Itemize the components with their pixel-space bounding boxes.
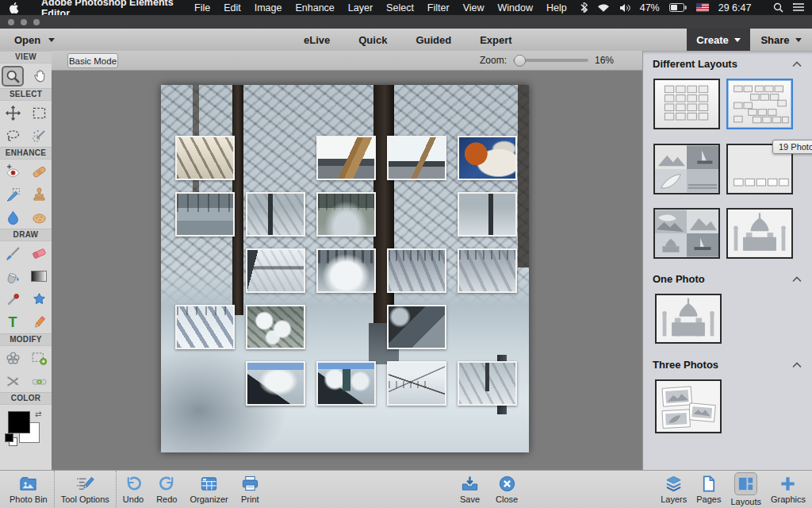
- menu-help[interactable]: Help: [546, 2, 567, 13]
- one-photo-thumb[interactable]: [655, 294, 722, 344]
- undo-button[interactable]: Undo: [117, 471, 150, 507]
- tool-options-button[interactable]: Tool Options: [54, 471, 117, 507]
- eyedropper-tool-button[interactable]: [2, 290, 23, 309]
- collage-photo-r4c2[interactable]: [246, 305, 305, 349]
- collapse-chevron-icon[interactable]: [792, 362, 802, 368]
- pages-button[interactable]: Pages: [691, 471, 726, 507]
- battery-icon[interactable]: [669, 3, 687, 12]
- save-button[interactable]: Save: [452, 471, 488, 507]
- menu-filter[interactable]: Filter: [427, 2, 450, 13]
- collage-photo-r3c3[interactable]: [316, 248, 376, 293]
- menu-select[interactable]: Select: [386, 2, 414, 13]
- layout-thumb-collage-a[interactable]: [653, 144, 720, 194]
- menu-file[interactable]: File: [194, 2, 210, 13]
- layout-thumb-one-photo[interactable]: [726, 208, 793, 259]
- content-aware-move-tool-button[interactable]: [2, 371, 23, 391]
- bluetooth-icon[interactable]: [580, 2, 588, 13]
- basic-mode-button[interactable]: Basic Mode: [67, 53, 118, 68]
- gradient-tool-button[interactable]: [29, 267, 49, 286]
- volume-icon[interactable]: [619, 3, 630, 13]
- type-tool-button[interactable]: T: [2, 313, 23, 332]
- collage-photo-r2c2[interactable]: [246, 192, 305, 237]
- collapse-chevron-icon[interactable]: [792, 276, 802, 283]
- collage-photo-r1c3[interactable]: [316, 136, 376, 180]
- default-colors-icon[interactable]: [5, 433, 13, 442]
- input-language-flag-icon[interactable]: [696, 3, 709, 12]
- tab-quick[interactable]: Quick: [358, 34, 387, 46]
- layouts-button[interactable]: Layouts: [726, 471, 766, 507]
- straighten-tool-button[interactable]: [29, 371, 49, 391]
- collapse-chevron-icon[interactable]: [792, 61, 802, 67]
- lasso-tool-button[interactable]: [2, 126, 23, 145]
- shape-tool-button[interactable]: [29, 290, 49, 309]
- layout-thumb-scattered-selected[interactable]: [726, 79, 793, 129]
- clone-stamp-tool-button[interactable]: [29, 185, 49, 204]
- window-minimize-button[interactable]: [21, 19, 27, 25]
- collage-photo-r1c5[interactable]: [458, 136, 517, 180]
- menu-layer[interactable]: Layer: [348, 2, 373, 13]
- quick-selection-tool-button[interactable]: [29, 126, 49, 145]
- collage-photo-r1c1[interactable]: [175, 136, 235, 180]
- three-photos-thumb[interactable]: [655, 379, 722, 433]
- zoom-slider-knob[interactable]: [514, 55, 526, 67]
- rectangular-marquee-tool-button[interactable]: [29, 103, 49, 122]
- spotlight-search-icon[interactable]: [773, 2, 783, 13]
- notification-center-icon[interactable]: [793, 3, 804, 12]
- collage-photo-r2c5[interactable]: [458, 192, 517, 237]
- window-close-button[interactable]: [8, 19, 14, 25]
- cookie-cutter-tool-button[interactable]: [2, 348, 23, 368]
- tab-elive[interactable]: eLive: [304, 34, 330, 46]
- menu-enhance[interactable]: Enhance: [295, 2, 334, 13]
- menu-view[interactable]: View: [463, 2, 485, 13]
- organizer-button[interactable]: Organizer: [183, 471, 234, 507]
- collage-photo-r3c4[interactable]: [387, 248, 446, 293]
- collage-photo-r4c4[interactable]: [387, 305, 446, 349]
- collage-photo-r2c3[interactable]: [316, 192, 376, 237]
- brush-tool-button[interactable]: [2, 244, 23, 263]
- paint-bucket-tool-button[interactable]: [2, 267, 23, 286]
- apple-menu-icon[interactable]: [10, 2, 20, 13]
- tab-expert[interactable]: Expert: [480, 34, 511, 46]
- layers-button[interactable]: Layers: [656, 471, 691, 507]
- collage-photo-r5c2[interactable]: [246, 361, 305, 406]
- open-button[interactable]: Open: [14, 34, 55, 46]
- collage-photo-r4c1[interactable]: [175, 305, 235, 349]
- sponge-tool-button[interactable]: [29, 208, 49, 227]
- menu-window[interactable]: Window: [498, 2, 533, 13]
- recompose-tool-button[interactable]: [29, 348, 49, 368]
- zoom-tool-button[interactable]: [2, 66, 24, 87]
- zoom-slider[interactable]: [513, 59, 588, 62]
- photo-collage-canvas[interactable]: [161, 85, 529, 452]
- layout-thumb-collage-b[interactable]: [653, 208, 720, 259]
- collage-photo-r3c5[interactable]: [458, 248, 517, 293]
- foreground-color-swatch[interactable]: [8, 411, 30, 433]
- collage-photo-r5c3[interactable]: [316, 361, 376, 406]
- menu-edit[interactable]: Edit: [224, 2, 241, 13]
- red-eye-removal-tool-button[interactable]: [2, 162, 23, 181]
- hand-tool-button[interactable]: [29, 66, 50, 85]
- window-zoom-button[interactable]: [33, 19, 40, 25]
- collage-photo-r1c4[interactable]: [387, 136, 446, 180]
- close-button[interactable]: Close: [488, 471, 526, 507]
- move-tool-button[interactable]: [2, 103, 23, 122]
- collage-photo-r5c5[interactable]: [458, 361, 517, 406]
- tab-guided[interactable]: Guided: [416, 34, 451, 46]
- create-button[interactable]: Create: [687, 29, 750, 51]
- pencil-tool-button[interactable]: [29, 313, 49, 332]
- eraser-tool-button[interactable]: [29, 244, 49, 263]
- swap-colors-icon[interactable]: ⇄: [35, 410, 41, 418]
- redo-button[interactable]: Redo: [150, 471, 183, 507]
- share-button[interactable]: Share: [752, 29, 810, 51]
- menu-image[interactable]: Image: [255, 2, 282, 13]
- collage-photo-r5c4[interactable]: [387, 361, 446, 406]
- collage-photo-r2c1[interactable]: [175, 192, 235, 237]
- photo-bin-button[interactable]: Photo Bin: [3, 471, 54, 507]
- collage-photo-r3c2[interactable]: [246, 248, 305, 293]
- smart-brush-tool-button[interactable]: [2, 185, 23, 204]
- wifi-icon[interactable]: [597, 3, 610, 13]
- blur-tool-button[interactable]: [2, 208, 23, 227]
- graphics-button[interactable]: Graphics: [766, 471, 810, 507]
- layout-thumb-grid[interactable]: [653, 79, 720, 129]
- print-button[interactable]: Print: [235, 471, 266, 507]
- spot-healing-brush-tool-button[interactable]: [29, 162, 49, 181]
